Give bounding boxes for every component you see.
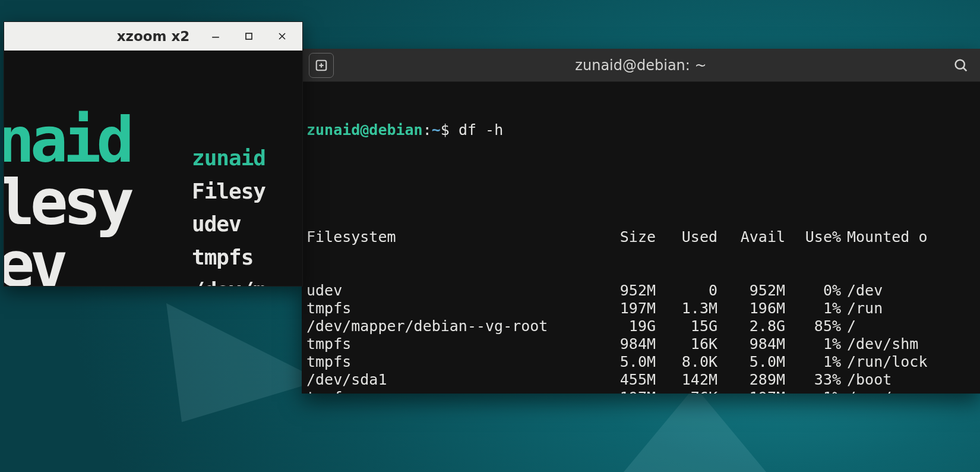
col-avail: Avail: [723, 228, 789, 246]
xzoom-window: xzoom x2 unaid ilesy dev zunaid Filesy u…: [4, 21, 303, 287]
df-cell-used: 16K: [662, 335, 721, 353]
search-button[interactable]: [949, 54, 973, 77]
col-used: Used: [662, 228, 721, 246]
df-cell-mnt: /dev: [847, 282, 975, 300]
df-output: Filesystem Size Used Avail Use% Mounted …: [306, 193, 975, 394]
prompt-line: zunaid@debian:~$ df -h: [306, 121, 975, 139]
maximize-icon: [243, 30, 255, 42]
df-cell-usep: 0%: [791, 282, 845, 300]
df-cell-usep: 33%: [791, 371, 845, 389]
df-cell-usep: 85%: [791, 317, 845, 335]
svg-rect-9: [246, 33, 252, 39]
df-cell-mnt: /dev/shm: [847, 335, 975, 353]
df-cell-avail: 2.8G: [723, 317, 789, 335]
minimize-button[interactable]: [203, 26, 229, 47]
df-cell-fs: /dev/sda1: [306, 371, 598, 389]
df-cell-used: 0: [662, 282, 721, 300]
df-cell-usep: 1%: [791, 335, 845, 353]
df-row: tmpfs5.0M8.0K5.0M1%/run/lock: [306, 353, 975, 371]
terminal-body[interactable]: zunaid@debian:~$ df -h Filesystem Size U…: [302, 82, 980, 394]
df-row: /dev/mapper/debian--vg-root19G15G2.8G85%…: [306, 317, 975, 335]
terminal-titlebar[interactable]: zunaid@debian: ~: [302, 49, 980, 82]
prompt-user: zunaid@debian: [306, 121, 423, 139]
df-cell-used: 8.0K: [662, 353, 721, 371]
plus-icon: [315, 59, 328, 72]
xzoom-viewport[interactable]: unaid ilesy dev zunaid Filesy udev tmpfs…: [4, 51, 302, 286]
maximize-button[interactable]: [236, 26, 262, 47]
minimize-icon: [210, 30, 222, 42]
col-usepct: Use%: [791, 228, 845, 246]
col-filesystem: Filesystem: [306, 228, 598, 246]
svg-point-6: [956, 59, 965, 68]
df-header-row: Filesystem Size Used Avail Use% Mounted …: [306, 228, 975, 246]
df-cell-fs: tmpfs: [306, 300, 598, 317]
xzoom-magnified-text: unaid ilesy dev: [4, 51, 129, 286]
xzoom-underlying-text: zunaid Filesy udev tmpfs /dev/m: [192, 109, 302, 286]
df-row: tmpfs197M1.3M196M1%/run: [306, 300, 975, 317]
df-row: udev952M0952M0%/dev: [306, 282, 975, 300]
df-cell-size: 984M: [600, 335, 659, 353]
df-cell-avail: 289M: [723, 371, 789, 389]
df-row: /dev/sda1455M142M289M33%/boot: [306, 371, 975, 389]
df-cell-avail: 197M: [723, 389, 789, 394]
df-cell-fs: tmpfs: [306, 389, 598, 394]
df-cell-mnt: /run: [847, 300, 975, 317]
xzoom-titlebar[interactable]: xzoom x2: [4, 22, 302, 51]
df-cell-mnt: /run/lock: [847, 353, 975, 371]
df-cell-used: 142M: [662, 371, 721, 389]
df-cell-mnt: /boot: [847, 371, 975, 389]
df-cell-size: 197M: [600, 300, 659, 317]
search-icon: [953, 57, 969, 74]
df-cell-fs: tmpfs: [306, 335, 598, 353]
df-cell-used: 1.3M: [662, 300, 721, 317]
df-cell-avail: 5.0M: [723, 353, 789, 371]
new-tab-button[interactable]: [309, 53, 334, 78]
df-cell-usep: 1%: [791, 353, 845, 371]
command-text: df -h: [459, 121, 503, 139]
df-cell-usep: 1%: [791, 389, 845, 394]
df-cell-size: 5.0M: [600, 353, 659, 371]
col-size: Size: [600, 228, 659, 246]
desktop-decoration: [166, 303, 321, 422]
df-cell-fs: tmpfs: [306, 353, 598, 371]
col-mounted: Mounted o: [847, 228, 975, 246]
df-cell-size: 455M: [600, 371, 659, 389]
svg-line-7: [963, 67, 967, 71]
df-row: tmpfs197M76K197M1%/run/user: [306, 389, 975, 394]
df-cell-avail: 984M: [723, 335, 789, 353]
close-icon: [276, 30, 288, 42]
df-cell-used: 15G: [662, 317, 721, 335]
df-cell-size: 197M: [600, 389, 659, 394]
df-cell-fs: /dev/mapper/debian--vg-root: [306, 317, 598, 335]
df-cell-usep: 1%: [791, 300, 845, 317]
terminal-window: zunaid@debian: ~ zunaid@debian:~$ df -h …: [302, 49, 980, 394]
df-cell-mnt: /run/user: [847, 389, 975, 394]
df-cell-used: 76K: [662, 389, 721, 394]
df-cell-fs: udev: [306, 282, 598, 300]
prompt-path: ~: [432, 121, 441, 139]
terminal-title: zunaid@debian: ~: [302, 57, 980, 74]
df-cell-avail: 196M: [723, 300, 789, 317]
df-cell-size: 952M: [600, 282, 659, 300]
df-cell-mnt: /: [847, 317, 975, 335]
close-button[interactable]: [269, 26, 295, 47]
df-row: tmpfs984M16K984M1%/dev/shm: [306, 335, 975, 353]
desktop-decoration: [624, 386, 766, 472]
df-cell-size: 19G: [600, 317, 659, 335]
df-cell-avail: 952M: [723, 282, 789, 300]
